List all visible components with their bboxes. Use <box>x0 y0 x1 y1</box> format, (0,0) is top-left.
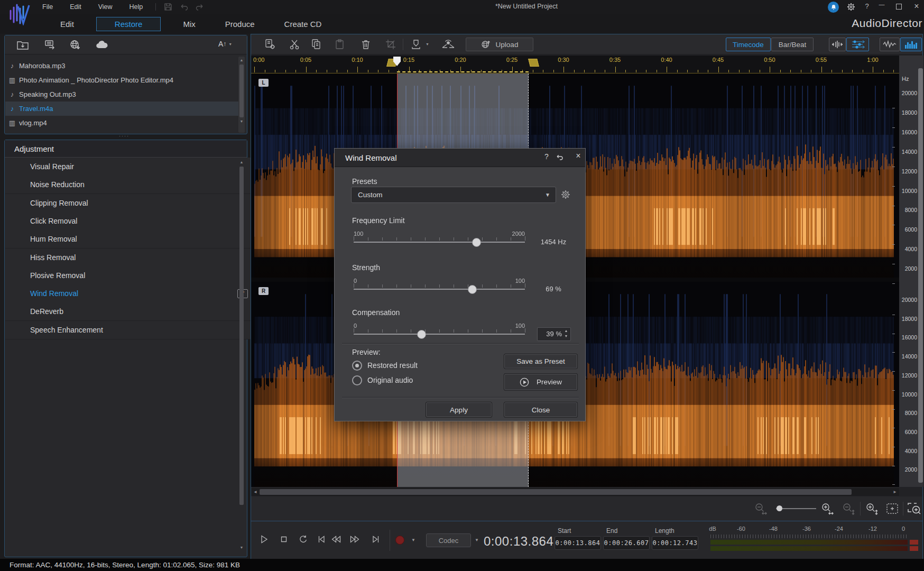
save-as-preset-button[interactable]: Save as Preset <box>504 354 578 369</box>
zoom-out-horizontal-icon[interactable] <box>753 502 769 517</box>
barbeat-toggle[interactable]: Bar/Beat <box>771 38 814 51</box>
tab-restore[interactable]: Restore <box>96 17 161 31</box>
slider-handle[interactable] <box>417 330 426 339</box>
file-row[interactable]: ♪Travel.m4a <box>5 102 240 116</box>
skip-to-start-button[interactable] <box>316 534 327 545</box>
skip-to-end-button[interactable] <box>371 534 382 545</box>
preset-gear-icon[interactable] <box>560 189 571 200</box>
adjustment-item-clipping-removal[interactable]: Clipping Removal <box>5 194 263 213</box>
adjustment-item-plosive-removal[interactable]: Plosive Removal <box>5 266 263 285</box>
codec-button[interactable]: Codec <box>426 533 471 547</box>
scrollbar-thumb[interactable] <box>260 489 852 495</box>
scrollbar-thumb[interactable] <box>239 167 244 505</box>
scroll-down-icon[interactable]: ▼ <box>238 119 245 124</box>
slider-track[interactable] <box>354 289 525 290</box>
record-button[interactable] <box>395 536 404 545</box>
save-icon[interactable] <box>164 3 172 11</box>
record-dropdown-icon[interactable]: ▼ <box>411 538 415 542</box>
keyframe-settings-toggle[interactable] <box>846 38 869 51</box>
zoom-in-vertical-icon[interactable] <box>864 502 879 517</box>
file-row[interactable]: ▥vlog.mp4 <box>5 116 240 130</box>
download-from-web-icon[interactable] <box>69 39 82 51</box>
timecode-toggle[interactable]: Timecode <box>726 38 771 51</box>
close-button[interactable]: × <box>910 2 923 11</box>
menu-help[interactable]: Help <box>121 0 152 14</box>
file-row[interactable]: ♪Speaking Out.mp3 <box>5 87 240 102</box>
cloud-icon[interactable] <box>95 40 109 50</box>
help-icon[interactable]: ? <box>860 2 874 10</box>
slider-track[interactable] <box>354 334 525 335</box>
zoom-to-selection-icon[interactable] <box>907 502 921 515</box>
adjustment-scrollbar[interactable]: ▲ ▼ <box>238 160 245 555</box>
menu-file[interactable]: File <box>34 0 61 14</box>
menu-view[interactable]: View <box>90 0 121 14</box>
adjustment-item-noise-reduction[interactable]: Noise Reduction <box>5 176 263 194</box>
stop-button[interactable] <box>279 534 290 545</box>
preview-button[interactable]: Preview <box>504 373 578 391</box>
rewind-button[interactable] <box>330 534 341 545</box>
loop-button[interactable] <box>298 534 309 545</box>
marker-icon[interactable] <box>410 39 422 50</box>
codec-dropdown-icon[interactable]: ▼ <box>475 538 479 542</box>
file-list-scrollbar[interactable]: ▲ ▼ <box>238 57 245 133</box>
dialog-close-icon[interactable]: × <box>572 151 584 161</box>
upload-button[interactable]: Upload <box>466 38 533 51</box>
tab-mix[interactable]: Mix <box>175 17 202 31</box>
tab-edit[interactable]: Edit <box>53 17 81 31</box>
clip-stretch-toggle[interactable] <box>829 38 846 51</box>
adjustment-item-speech-enhancement[interactable]: Speech Enhancement <box>5 321 263 339</box>
radio-original-audio[interactable]: Original audio <box>352 375 413 385</box>
file-row[interactable]: ♪Mahoroba.mp3 <box>5 59 240 73</box>
adjustment-item-hiss-removal[interactable]: Hiss Removal <box>5 248 263 267</box>
zoom-slider-thumb[interactable] <box>777 505 782 511</box>
dialog-reset-icon[interactable] <box>556 153 567 161</box>
maximize-button[interactable] <box>896 4 902 10</box>
scroll-down-icon[interactable]: ▼ <box>238 545 245 550</box>
scroll-up-icon[interactable]: ▲ <box>238 160 245 165</box>
batch-process-icon[interactable] <box>44 39 57 51</box>
end-time-field[interactable]: 0:00:26.607 <box>603 536 650 550</box>
zoom-out-vertical-icon[interactable] <box>841 502 856 517</box>
undo-icon[interactable] <box>180 3 188 11</box>
copy-icon[interactable] <box>310 39 323 50</box>
fit-to-window-icon[interactable] <box>885 503 899 515</box>
notifications-bell-icon[interactable] <box>828 2 839 13</box>
adjustment-item-dereverb[interactable]: DeReverb <box>5 302 263 321</box>
horizontal-scrollbar[interactable]: ◄ ► <box>251 488 899 496</box>
radio-restored-result[interactable]: Restored result <box>352 360 418 371</box>
cut-scissors-icon[interactable] <box>289 39 301 50</box>
zoom-in-horizontal-icon[interactable] <box>820 502 836 517</box>
waveform-view-toggle[interactable] <box>880 38 900 51</box>
scroll-left-icon[interactable]: ◄ <box>253 488 257 496</box>
tab-produce[interactable]: Produce <box>218 17 262 31</box>
apply-button[interactable]: Apply <box>426 402 492 418</box>
preset-dropdown[interactable]: Custom ▼ <box>351 187 556 203</box>
marker-dropdown-icon[interactable]: ▼ <box>426 42 429 46</box>
selection-end-flag[interactable] <box>528 59 539 67</box>
scroll-right-icon[interactable]: ► <box>893 488 897 496</box>
slider-handle[interactable] <box>468 285 477 294</box>
normalize-icon[interactable] <box>440 39 456 50</box>
trim-icon[interactable] <box>385 39 398 50</box>
adjustment-item-wind-removal[interactable]: Wind Removal? <box>5 284 263 303</box>
file-row[interactable]: ▥Photo Animation _ PhotoDirector Photo E… <box>5 73 240 87</box>
spinner-arrows-icon[interactable]: ▲ ▼ <box>563 328 569 339</box>
close-button[interactable]: Close <box>504 402 578 418</box>
compensation-spinner[interactable]: 39 %▲ ▼ <box>537 327 571 341</box>
vertical-scrollbar[interactable] <box>918 68 923 483</box>
redo-icon[interactable] <box>196 3 204 11</box>
adjustment-item-click-removal[interactable]: Click Removal <box>5 212 263 231</box>
scroll-up-icon[interactable]: ▲ <box>238 58 245 63</box>
play-button[interactable] <box>258 534 270 545</box>
delete-trash-icon[interactable] <box>360 39 373 50</box>
paste-icon[interactable] <box>334 39 346 50</box>
properties-icon[interactable] <box>264 39 276 50</box>
slider-track[interactable] <box>354 242 525 243</box>
scrollbar-thumb[interactable] <box>239 65 244 117</box>
slider-handle[interactable] <box>472 238 481 247</box>
adjustment-item-hum-removal[interactable]: Hum Removal <box>5 230 263 248</box>
spectrogram-view-toggle[interactable] <box>900 38 922 51</box>
minimize-button[interactable]: — <box>875 1 889 7</box>
sort-files-control[interactable]: A ↑ ▼ <box>218 40 232 48</box>
fast-forward-button[interactable] <box>349 534 361 545</box>
